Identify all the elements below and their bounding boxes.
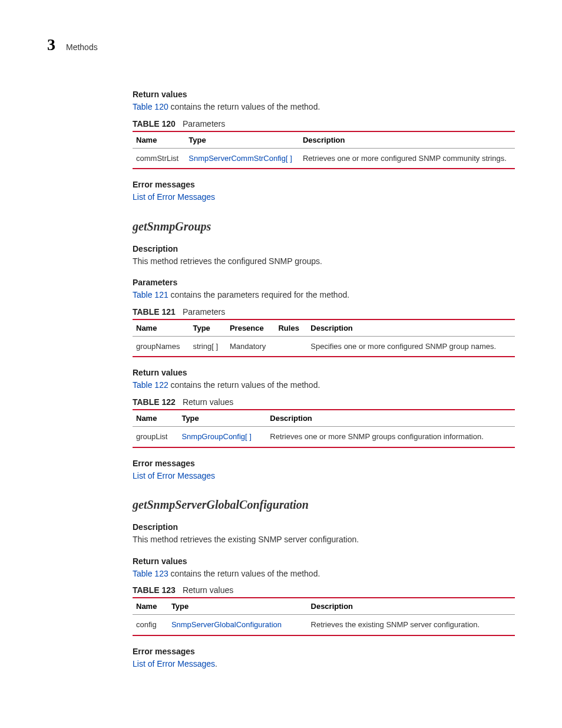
table-120-num: TABLE 120: [133, 119, 176, 129]
parameters-heading: Parameters: [133, 278, 515, 287]
cell-type-link[interactable]: SnmpServerGlobalConfiguration: [171, 620, 282, 629]
cell-name: groupList: [133, 427, 178, 447]
col-type: Type: [185, 131, 299, 149]
table-121-num: TABLE 121: [133, 307, 176, 317]
cell-type: string[ ]: [189, 336, 226, 357]
cell-type-link[interactable]: SnmpServerCommStrConfig[ ]: [189, 154, 292, 163]
return-values-intro-rest: contains the return values of the method…: [168, 102, 320, 111]
table-123-link[interactable]: Table 123: [133, 569, 168, 578]
error-messages-link-p: List of Error Messages: [133, 192, 515, 203]
col-description: Description: [266, 410, 515, 427]
page-header: 3 Methods: [47, 35, 515, 54]
table-121-title: Parameters: [183, 307, 225, 317]
error-messages-heading: Error messages: [133, 647, 515, 656]
table-123-num: TABLE 123: [133, 585, 176, 595]
error-messages-link[interactable]: List of Error Messages: [133, 192, 215, 202]
chapter-number: 3: [47, 35, 55, 54]
cell-desc: Retrieves the existing SNMP server confi…: [308, 615, 515, 635]
parameters-intro: Table 121 contains the parameters requir…: [133, 289, 515, 301]
description-heading: Description: [133, 522, 515, 532]
table-123: Name Type Description config SnmpServerG…: [133, 597, 515, 636]
table-123-title: Return values: [183, 585, 233, 595]
col-name: Name: [133, 410, 178, 427]
error-messages-link[interactable]: List of Error Messages: [133, 659, 215, 668]
col-description: Description: [307, 319, 515, 337]
table-123-caption: TABLE 123Return values: [133, 585, 515, 595]
col-type: Type: [168, 598, 308, 615]
return-values-heading: Return values: [133, 90, 515, 99]
col-presence: Presence: [226, 319, 275, 337]
cell-desc: Retrieves one or more SNMP groups config…: [266, 427, 515, 447]
table-120-caption: TABLE 120Parameters: [133, 119, 515, 129]
table-120: Name Type Description commStrList SnmpSe…: [133, 131, 515, 170]
col-rules: Rules: [275, 319, 307, 337]
return-values-intro: Table 123 contains the return values of …: [133, 568, 515, 580]
cell-name: groupNames: [133, 336, 189, 357]
parameters-intro-rest: contains the parameters required for the…: [168, 290, 349, 299]
table-122-link[interactable]: Table 122: [133, 380, 168, 390]
cell-desc: Specifies one or more configured SNMP gr…: [307, 336, 515, 357]
method-title-getsnmpserverglobalconfiguration: getSnmpServerGlobalConfiguration: [133, 498, 515, 512]
cell-type-link[interactable]: SnmpGroupConfig[ ]: [181, 432, 252, 441]
col-type: Type: [178, 410, 266, 427]
error-messages-heading: Error messages: [133, 459, 515, 468]
table-120-title: Parameters: [183, 119, 225, 129]
return-values-intro-rest: contains the return values of the method…: [168, 569, 320, 578]
col-name: Name: [133, 131, 185, 149]
col-name: Name: [133, 319, 189, 337]
cell-name: config: [133, 615, 168, 635]
description-heading: Description: [133, 244, 515, 253]
cell-desc: Retrieves one or more configured SNMP co…: [299, 148, 515, 169]
table-120-link[interactable]: Table 120: [133, 102, 168, 111]
breadcrumb: Methods: [66, 42, 98, 52]
table-121-link[interactable]: Table 121: [133, 290, 168, 299]
cell-rules: [275, 336, 307, 357]
table-121-caption: TABLE 121Parameters: [133, 307, 515, 317]
table-row: groupList SnmpGroupConfig[ ] Retrieves o…: [133, 427, 515, 447]
col-type: Type: [189, 319, 226, 337]
error-messages-link-p: List of Error Messages.: [133, 658, 515, 670]
cell-presence: Mandatory: [226, 336, 275, 357]
description-body: This method retrieves the existing SNMP …: [133, 534, 515, 546]
table-122: Name Type Description groupList SnmpGrou…: [133, 409, 515, 448]
error-messages-link[interactable]: List of Error Messages: [133, 471, 215, 480]
table-row: config SnmpServerGlobalConfiguration Ret…: [133, 615, 515, 635]
return-values-intro: Table 122 contains the return values of …: [133, 380, 515, 391]
col-description: Description: [308, 598, 515, 615]
return-values-intro: Table 120 contains the return values of …: [133, 101, 515, 113]
table-122-title: Return values: [183, 397, 233, 407]
return-values-intro-rest: contains the return values of the method…: [168, 380, 320, 390]
cell-name: commStrList: [133, 148, 185, 169]
error-messages-link-p: List of Error Messages: [133, 470, 515, 482]
return-values-heading: Return values: [133, 556, 515, 566]
table-122-num: TABLE 122: [133, 397, 176, 407]
method-title-getsnmpgroups: getSnmpGroups: [133, 220, 515, 233]
error-messages-period: .: [215, 659, 217, 668]
error-messages-heading: Error messages: [133, 180, 515, 189]
description-body: This method retrieves the configured SNM…: [133, 256, 515, 268]
col-name: Name: [133, 598, 168, 615]
table-row: commStrList SnmpServerCommStrConfig[ ] R…: [133, 148, 515, 169]
col-description: Description: [299, 131, 515, 149]
table-122-caption: TABLE 122Return values: [133, 397, 515, 407]
table-row: groupNames string[ ] Mandatory Specifies…: [133, 336, 515, 357]
return-values-heading: Return values: [133, 368, 515, 377]
table-121: Name Type Presence Rules Description gro…: [133, 319, 515, 358]
content-column: Return values Table 120 contains the ret…: [133, 90, 515, 670]
